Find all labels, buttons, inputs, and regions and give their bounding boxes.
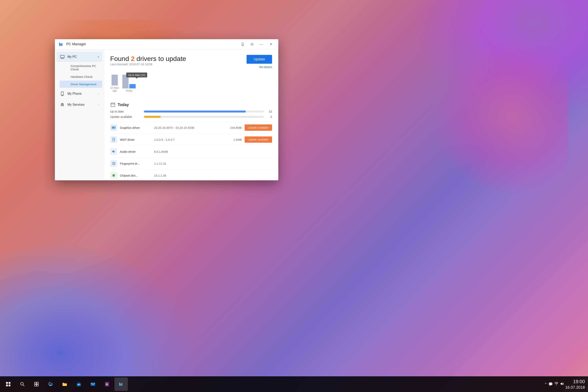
svg-rect-35 [91, 382, 95, 386]
phone-button[interactable] [238, 41, 247, 48]
sidebar: My PC ▾ Comprehensive PC Check Hardware … [55, 50, 104, 180]
sidebar-item-hardware-check[interactable]: Hardware Check [60, 73, 102, 80]
my-services-icon [60, 102, 65, 108]
driver-row: Audio driver6.0.1.8448 [110, 146, 272, 158]
my-phone-icon [60, 91, 65, 96]
driver-icon-audio [110, 148, 117, 155]
progress-uptodate-fill [144, 110, 246, 112]
smoke-blue [0, 243, 196, 380]
clock-time: 19:00 [565, 378, 585, 384]
svg-rect-30 [37, 382, 38, 384]
taskbar-onenote[interactable]: N [100, 378, 114, 391]
sidebar-item-my-services[interactable]: My Services › [56, 100, 102, 110]
driver-row: Chipset driv...10.1.1.45 [110, 169, 272, 180]
sidebar-item-my-pc[interactable]: My PC ▾ [56, 52, 102, 62]
found-suffix: drivers to update [135, 55, 186, 62]
svg-marker-41 [560, 382, 562, 385]
taskbar-search[interactable] [16, 378, 29, 391]
svg-rect-39 [120, 384, 121, 386]
svg-line-28 [23, 385, 24, 386]
svg-rect-31 [34, 384, 36, 386]
found-title: Found 2 drivers to update [110, 55, 186, 62]
found-title-area: Found 2 drivers to update Last checked: … [110, 55, 186, 67]
svg-rect-29 [34, 382, 36, 384]
taskbar-mail[interactable] [86, 378, 100, 391]
driver-icon-chip [110, 172, 117, 179]
close-button[interactable]: ✕ [266, 41, 275, 48]
window-controls: — ✕ [238, 41, 275, 48]
taskbar-windows-start[interactable] [2, 378, 15, 391]
progress-updateavail-fill [144, 116, 161, 118]
driver-size: 1.5MB [222, 138, 242, 141]
volume-icon[interactable] [560, 382, 564, 386]
my-pc-icon [60, 54, 65, 60]
sidebar-item-my-phone[interactable]: My Phone › [56, 88, 102, 99]
menu-button[interactable] [248, 41, 256, 48]
sidebar-item-comprehensive[interactable]: Comprehensive PC Check [60, 62, 102, 73]
found-prefix: Found [110, 55, 131, 62]
sidebar-item-driver-management[interactable]: Driver Management [60, 80, 102, 88]
driver-version: 23.20.16.4973 - 23.20.16.5038 [154, 126, 220, 129]
svg-marker-23 [112, 150, 114, 153]
update-available-button[interactable]: Update available [244, 136, 272, 143]
svg-rect-26 [113, 175, 114, 176]
my-pc-subnav: Comprehensive PC Check Hardware Check Dr… [55, 62, 104, 88]
svg-point-4 [242, 45, 243, 45]
titlebar: PC Manager — ✕ [55, 39, 278, 50]
bar-today-label: Today [126, 89, 132, 92]
taskbar-left: N [0, 378, 545, 391]
taskbar-task-view[interactable] [30, 378, 43, 391]
driver-version: 10.1.1.45 [154, 174, 220, 177]
my-services-label: My Services [68, 103, 96, 106]
network-icon[interactable] [555, 382, 558, 386]
svg-rect-34 [78, 384, 80, 385]
driver-icon-graphics [110, 124, 117, 131]
progress-uptodate-count: 12 [266, 110, 272, 113]
driver-size: 234.8MB [222, 126, 242, 129]
nav-section-my-services: My Services › [55, 100, 104, 110]
pc-manager-window: PC Manager — ✕ [55, 39, 278, 180]
re-detect-link[interactable]: Re-detect [259, 65, 272, 68]
minimize-button[interactable]: — [257, 41, 266, 48]
driver-list: Graphics driver23.20.16.4973 - 23.20.16.… [110, 122, 272, 180]
driver-row: Graphics driver23.20.16.4973 - 23.20.16.… [110, 122, 272, 134]
svg-point-24 [112, 162, 115, 165]
svg-rect-32 [37, 384, 38, 386]
svg-rect-38 [119, 382, 120, 386]
nav-section-my-pc: My PC ▾ Comprehensive PC Check Hardware … [55, 52, 104, 88]
taskbar-clock[interactable]: 19:00 16.07.2018 [565, 378, 585, 390]
my-services-chevron: › [98, 103, 99, 106]
svg-point-27 [20, 382, 23, 385]
my-phone-label: My Phone [68, 92, 96, 96]
chevron-up-icon[interactable]: ^ [545, 382, 546, 386]
header-row: Found 2 drivers to update Last checked: … [110, 55, 272, 68]
progress-updateavail-count: 2 [266, 115, 272, 118]
taskbar-edge[interactable] [44, 378, 57, 391]
taskbar-file-explorer[interactable] [58, 378, 71, 391]
today-label: Today [118, 102, 129, 107]
app-logo [58, 41, 64, 48]
my-phone-chevron: › [98, 92, 99, 95]
chat-icon[interactable]: 💬 [548, 382, 553, 386]
driver-icon-fingerprint [110, 160, 117, 167]
svg-point-14 [62, 104, 63, 105]
smoke-pink [431, 39, 568, 196]
svg-rect-40 [122, 383, 122, 386]
driver-row: Fingerprint dr...1.1.11.31 [110, 158, 272, 169]
update-available-button[interactable]: Update available [244, 124, 272, 131]
taskbar-store[interactable] [72, 378, 86, 391]
taskbar-pc-manager[interactable] [114, 378, 128, 391]
driver-version: 1.0.2.5 - 1.0.2.7 [154, 138, 220, 141]
update-button[interactable]: Update [246, 55, 272, 64]
progress-row-uptodate: Up to date 12 [110, 110, 272, 113]
main-content: Found 2 drivers to update Last checked: … [104, 50, 278, 180]
svg-rect-2 [62, 43, 62, 46]
taskbar-sys-icons: ^ 💬 [545, 382, 564, 386]
driver-name: Audio driver [120, 150, 151, 153]
svg-text:N: N [106, 383, 108, 386]
progress-uptodate-track [144, 110, 264, 112]
svg-point-13 [62, 95, 62, 95]
bar-12days-label: 12 daysago [110, 86, 119, 92]
today-section-header: Today [110, 102, 272, 108]
last-checked: Last checked: 2018-07-16 18:58 [110, 62, 186, 66]
